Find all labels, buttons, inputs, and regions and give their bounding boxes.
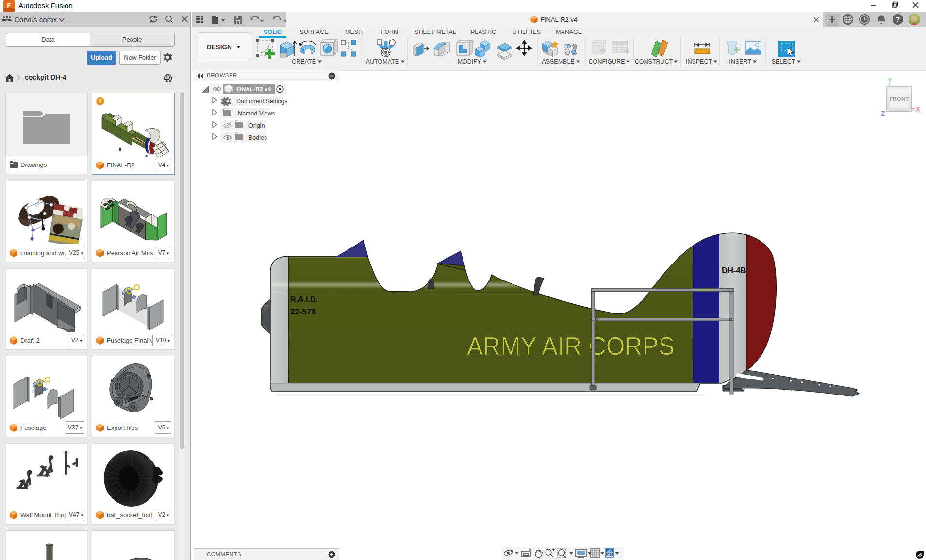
svg-text:SURFACE: SURFACE: [299, 29, 328, 35]
svg-text:?: ?: [896, 16, 900, 23]
svg-text:ARMY AIR CORPS: ARMY AIR CORPS: [467, 332, 675, 360]
svg-text:MANAGE: MANAGE: [556, 29, 582, 35]
svg-text:Y: Y: [888, 76, 892, 83]
svg-text:Z: Z: [881, 110, 885, 117]
svg-text:FRONT: FRONT: [890, 96, 909, 102]
svg-text:PLASTIC: PLASTIC: [471, 29, 496, 35]
svg-text:SOLID: SOLID: [264, 29, 282, 35]
svg-text:SELECT: SELECT: [772, 58, 795, 65]
svg-text:AUTOMATE: AUTOMATE: [366, 58, 399, 65]
svg-text:CONFIGURE: CONFIGURE: [589, 58, 625, 65]
svg-text:FINAL-R2 v4: FINAL-R2 v4: [236, 86, 271, 93]
svg-text:R.A.I.D.: R.A.I.D.: [290, 296, 318, 304]
svg-text:CONSTRUCT: CONSTRUCT: [635, 58, 673, 65]
svg-text:X: X: [916, 105, 920, 113]
svg-text:ASSEMBLE: ASSEMBLE: [542, 58, 574, 65]
svg-text:F: F: [7, 2, 11, 9]
svg-text:INSERT: INSERT: [729, 58, 751, 65]
svg-text:Origin: Origin: [248, 122, 265, 129]
svg-text:SHEET METAL: SHEET METAL: [414, 29, 456, 35]
svg-text:MODIFY: MODIFY: [458, 58, 481, 65]
svg-text:CREATE: CREATE: [292, 58, 316, 65]
svg-text:Document Settings: Document Settings: [236, 98, 288, 105]
svg-text:Bodies: Bodies: [248, 134, 267, 141]
svg-text:UTILITIES: UTILITIES: [513, 29, 541, 35]
svg-text:FORM: FORM: [381, 29, 399, 35]
svg-text:22-578: 22-578: [290, 307, 316, 316]
svg-text:DESIGN: DESIGN: [207, 43, 232, 50]
svg-text:DH-4B: DH-4B: [722, 266, 746, 275]
svg-text:INSPECT: INSPECT: [686, 58, 712, 65]
svg-text:Named Views: Named Views: [238, 110, 275, 117]
svg-text:MESH: MESH: [345, 29, 363, 35]
